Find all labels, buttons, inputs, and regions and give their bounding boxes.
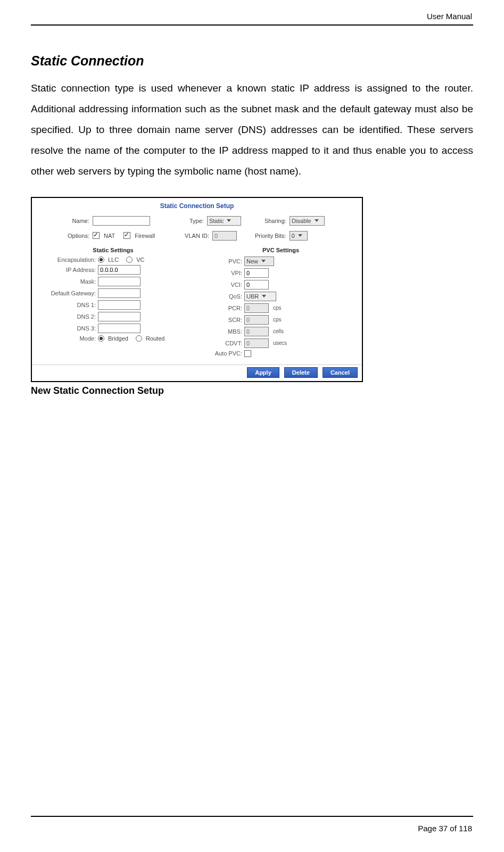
page-number: Page 37 of 118 — [418, 824, 472, 833]
priority-bits-label: Priority Bits: — [255, 233, 286, 239]
default-gateway-input[interactable] — [98, 288, 141, 298]
scr-unit: cps — [273, 317, 282, 322]
scr-input[interactable] — [244, 315, 269, 325]
mode-routed-radio[interactable] — [136, 335, 142, 342]
mask-input[interactable] — [98, 277, 141, 286]
pcr-label: PCR: — [205, 305, 242, 311]
sharing-select[interactable]: Disable — [290, 216, 325, 226]
vlan-id-input[interactable] — [212, 231, 237, 241]
dns3-label: DNS 3: — [37, 325, 96, 332]
dns1-input[interactable] — [98, 300, 141, 310]
mode-bridged-label: Bridged — [108, 335, 128, 342]
vci-label: VCI: — [205, 282, 242, 288]
mode-label: Mode: — [37, 335, 96, 342]
cdvt-input[interactable] — [244, 338, 269, 348]
pvc-settings-heading: PVC Settings — [205, 247, 357, 253]
vci-input[interactable] — [244, 280, 269, 289]
mask-label: Mask: — [37, 278, 96, 285]
name-input[interactable] — [93, 216, 150, 226]
name-label: Name: — [39, 218, 89, 224]
header-divider — [31, 24, 473, 26]
encapsulation-llc-radio[interactable] — [98, 257, 104, 263]
encapsulation-label: Encapsulation: — [37, 257, 96, 263]
nat-checkbox[interactable] — [93, 232, 100, 239]
panel-title: Static Connection Setup — [32, 198, 362, 215]
qos-label: QoS: — [205, 293, 242, 300]
pvc-label: PVC: — [205, 258, 242, 264]
dns2-input[interactable] — [98, 312, 141, 321]
qos-select[interactable]: UBR — [244, 292, 276, 301]
mbs-input[interactable] — [244, 327, 269, 336]
nat-checkbox-label: NAT — [104, 233, 115, 239]
dns2-label: DNS 2: — [37, 313, 96, 320]
pcr-input[interactable] — [244, 303, 269, 313]
auto-pvc-label: Auto PVC: — [205, 350, 242, 357]
static-connection-setup-panel: Static Connection Setup Name: Type: Stat… — [31, 197, 363, 382]
dns1-label: DNS 1: — [37, 302, 96, 308]
static-settings-heading: Static Settings — [37, 247, 189, 253]
delete-button[interactable]: Delete — [284, 367, 318, 378]
page-header-title: User Manual — [427, 12, 472, 21]
type-select[interactable]: Static — [207, 216, 241, 226]
encapsulation-llc-label: LLC — [108, 257, 119, 263]
pcr-unit: cps — [273, 305, 282, 311]
sharing-label: Sharing: — [265, 218, 286, 224]
dns3-input[interactable] — [98, 324, 141, 333]
firewall-checkbox[interactable] — [123, 232, 130, 239]
mbs-label: MBS: — [205, 328, 242, 335]
priority-bits-select[interactable]: 0 — [290, 231, 308, 241]
type-label: Type: — [189, 218, 204, 224]
auto-pvc-checkbox[interactable] — [244, 350, 251, 357]
pvc-select[interactable]: New — [244, 257, 274, 266]
cdvt-label: CDVT: — [205, 340, 242, 346]
footer-divider — [31, 816, 473, 817]
encapsulation-vc-label: VC — [136, 257, 144, 263]
scr-label: SCR: — [205, 317, 242, 323]
cancel-button[interactable]: Cancel — [323, 367, 358, 378]
ip-address-label: IP Address: — [37, 267, 96, 273]
button-bar: Apply Delete Cancel — [32, 365, 362, 381]
firewall-checkbox-label: Firewall — [135, 233, 155, 239]
vpi-input[interactable] — [244, 268, 269, 278]
default-gateway-label: Default Gateway: — [37, 290, 96, 296]
mode-routed-label: Routed — [146, 335, 164, 342]
apply-button[interactable]: Apply — [247, 367, 279, 378]
ip-address-input[interactable] — [98, 265, 141, 275]
vpi-label: VPI: — [205, 270, 242, 276]
mbs-unit: cells — [273, 328, 284, 334]
cdvt-unit: usecs — [273, 340, 287, 346]
section-body-text: Static connection type is used whenever … — [31, 78, 473, 182]
mode-bridged-radio[interactable] — [98, 335, 104, 342]
section-heading: Static Connection — [31, 53, 473, 69]
encapsulation-vc-radio[interactable] — [126, 257, 133, 263]
vlan-id-label: VLAN ID: — [185, 233, 209, 239]
figure-caption: New Static Connection Setup — [31, 385, 473, 396]
options-label: Options: — [39, 233, 89, 239]
